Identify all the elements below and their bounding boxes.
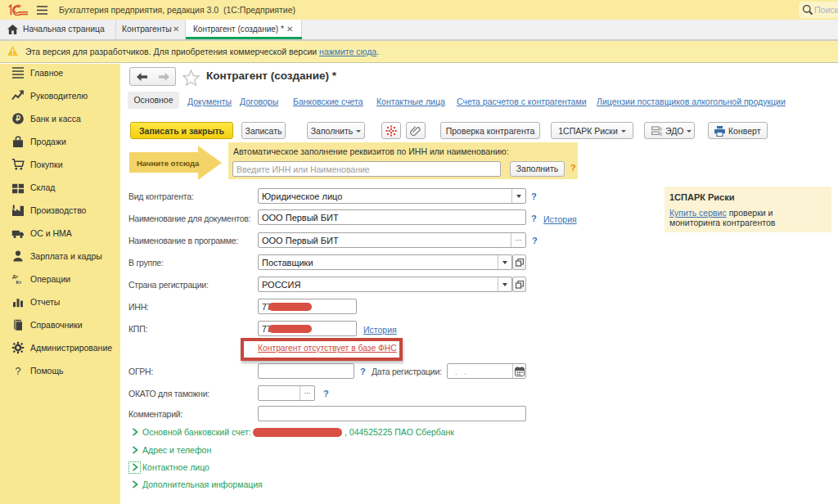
svg-text:Кт: Кт [16,280,22,285]
svg-text:Дт: Дт [12,274,18,279]
svg-text:?: ? [16,366,21,377]
svg-text:₽: ₽ [16,115,20,123]
